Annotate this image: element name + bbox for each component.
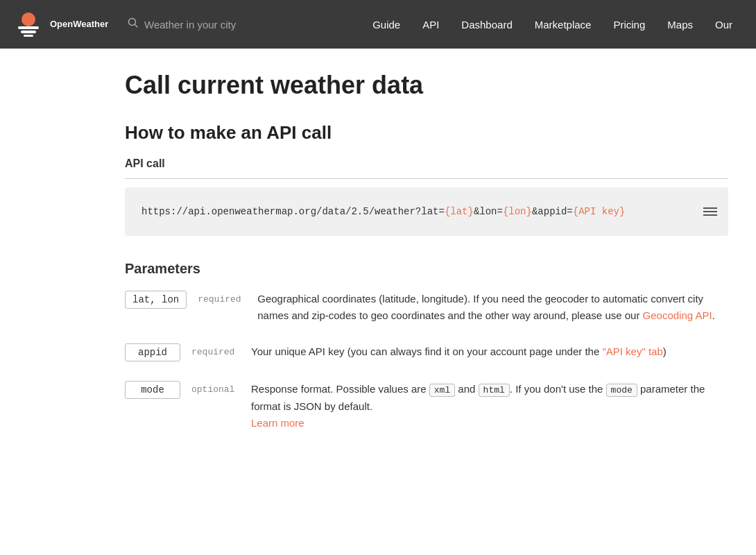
svg-point-0 bbox=[22, 12, 35, 26]
param-row-mode: mode optional Response format. Possible … bbox=[125, 381, 728, 432]
param-required-mode: optional bbox=[191, 381, 240, 395]
search-input[interactable] bbox=[144, 19, 322, 31]
param-name-mode: mode bbox=[125, 381, 180, 399]
svg-line-5 bbox=[135, 25, 138, 28]
svg-rect-3 bbox=[24, 35, 33, 37]
api-url-lat: {lat} bbox=[445, 206, 474, 217]
geocoding-api-link[interactable]: Geocoding API bbox=[643, 309, 712, 321]
inline-code-mode: mode bbox=[606, 384, 637, 397]
param-desc-latlon: Geographical coordinates (latitude, long… bbox=[257, 291, 728, 324]
api-url-text: https://api.openweathermap.org/data/2.5/… bbox=[141, 206, 445, 217]
param-desc-latlon-before: Geographical coordinates (latitude, long… bbox=[257, 293, 703, 321]
api-url-lon-label: &lon= bbox=[474, 206, 503, 217]
inline-code-html: html bbox=[479, 384, 510, 397]
nav-item-dashboard[interactable]: Dashboard bbox=[452, 13, 522, 36]
api-url-appid-label: &appid= bbox=[532, 206, 573, 217]
param-row-appid: appid required Your unique API key (you … bbox=[125, 343, 728, 361]
nav-item-api[interactable]: API bbox=[413, 13, 449, 36]
api-url-lon: {lon} bbox=[503, 206, 532, 217]
params-section: Parameters lat, lon required Geographica… bbox=[125, 261, 728, 432]
param-row-latlon: lat, lon required Geographical coordinat… bbox=[125, 291, 728, 324]
logo-area[interactable]: OpenWeather bbox=[14, 10, 111, 39]
svg-rect-1 bbox=[18, 26, 39, 29]
main-content: Call current weather data How to make an… bbox=[0, 49, 756, 493]
openweather-logo-icon bbox=[14, 10, 43, 39]
param-desc-appid-before: Your unique API key (you can always find… bbox=[251, 345, 602, 357]
param-desc-mode: Response format. Possible values are xml… bbox=[251, 381, 728, 432]
param-desc-mode-mid2: . If you don't use the bbox=[510, 383, 606, 395]
api-code-block: https://api.openweathermap.org/data/2.5/… bbox=[125, 187, 728, 236]
logo-text: OpenWeather bbox=[50, 19, 108, 31]
copy-icon[interactable] bbox=[703, 207, 717, 216]
param-desc-appid: Your unique API key (you can always find… bbox=[251, 343, 728, 360]
params-title: Parameters bbox=[125, 261, 728, 277]
nav-item-pricing[interactable]: Pricing bbox=[603, 13, 655, 36]
nav-item-marketplace[interactable]: Marketplace bbox=[525, 13, 601, 36]
param-desc-mode-before: Response format. Possible values are bbox=[251, 383, 429, 395]
api-key-tab-link[interactable]: "API key" tab bbox=[602, 345, 662, 357]
api-call-section: API call https://api.openweathermap.org/… bbox=[125, 157, 728, 236]
nav-item-guide[interactable]: Guide bbox=[363, 13, 410, 36]
nav-links: Guide API Dashboard Marketplace Pricing … bbox=[363, 13, 742, 36]
param-required-appid: required bbox=[191, 343, 240, 357]
param-desc-mode-mid1: and bbox=[455, 383, 478, 395]
nav-item-our[interactable]: Our bbox=[705, 13, 742, 36]
navbar: OpenWeather Guide API Dashboard Marketpl… bbox=[0, 0, 756, 49]
learn-more-link[interactable]: Learn more bbox=[251, 417, 304, 429]
api-call-label: API call bbox=[125, 157, 728, 179]
param-name-latlon: lat, lon bbox=[125, 291, 187, 309]
page-title: Call current weather data bbox=[125, 71, 728, 100]
param-desc-appid-after: ) bbox=[663, 345, 667, 357]
search-icon bbox=[128, 17, 139, 31]
search-area[interactable] bbox=[128, 17, 322, 31]
svg-rect-2 bbox=[21, 31, 36, 33]
param-name-appid: appid bbox=[125, 343, 180, 361]
api-url-apikey: {API key} bbox=[573, 206, 626, 217]
inline-code-xml: xml bbox=[429, 384, 455, 397]
param-required-latlon: required bbox=[198, 291, 246, 305]
nav-item-maps[interactable]: Maps bbox=[658, 13, 703, 36]
section-title: How to make an API call bbox=[125, 122, 728, 144]
param-desc-latlon-after: . bbox=[712, 309, 715, 321]
